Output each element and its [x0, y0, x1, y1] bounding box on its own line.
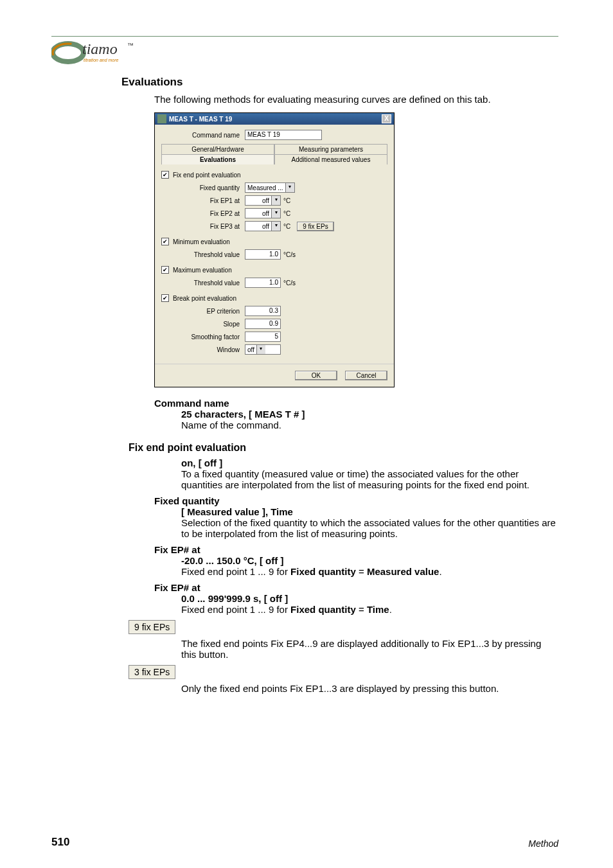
max-threshold-unit: °C/s [283, 279, 296, 287]
slope-label: Slope [161, 321, 245, 328]
tab-additional-measured-values[interactable]: Additional measured values [274, 155, 387, 164]
three-fix-eps-button-doc[interactable]: 3 fix EPs [129, 665, 175, 679]
minimum-evaluation-label: Minimum evaluation [173, 238, 230, 245]
app-icon [157, 114, 166, 123]
three-fix-eps-desc: Only the fixed end points Fix EP1...3 ar… [181, 683, 558, 694]
fixep-mv-term: Fix EP# at [154, 544, 558, 555]
fixep-time-desc: Fixed end point 1 ... 9 for Fixed quanti… [181, 604, 558, 615]
fixep-onoff-desc: To a fixed quantity (measured value or t… [181, 468, 558, 490]
page-number: 510 [51, 836, 69, 849]
intro-text: The following methods for evaluating mea… [154, 94, 558, 105]
fixed-quantity-select[interactable]: Measured ... ▾ [245, 182, 295, 193]
fix-ep2-label: Fix EP2 at [161, 210, 245, 217]
command-name-label: Command name [161, 132, 245, 139]
fix-ep-evaluation-label: Fix end point evaluation [173, 172, 241, 179]
fix-ep3-label: Fix EP3 at [161, 223, 245, 230]
maximum-evaluation-label: Maximum evaluation [173, 267, 232, 274]
nine-fix-eps-desc: The fixed end points Fix EP4...9 are dis… [181, 638, 558, 660]
window-select[interactable]: off ▾ [245, 344, 281, 355]
fixep-mv-range: -20.0 ... 150.0 °C, [ off ] [181, 555, 558, 566]
brand-logo: tiamo ™ titration and more [51, 39, 141, 67]
chevron-down-icon: ▾ [271, 209, 280, 218]
tab-measuring-parameters[interactable]: Measuring parameters [274, 144, 387, 154]
svg-text:™: ™ [127, 42, 134, 49]
tabbar: General/Hardware Measuring parameters Ev… [161, 144, 387, 164]
nine-fix-eps-button-doc[interactable]: 9 fix EPs [129, 620, 175, 634]
max-threshold-label: Threshold value [161, 279, 245, 287]
cancel-button[interactable]: Cancel [345, 371, 387, 380]
svg-text:tiamo: tiamo [82, 40, 118, 57]
dialog-titlebar: MEAS T - MEAS T 19 X [155, 113, 394, 125]
fix-ep2-unit: °C [283, 210, 290, 217]
maximum-evaluation-checkbox[interactable]: ✔ [161, 266, 169, 274]
chevron-down-icon: ▾ [256, 345, 265, 354]
fix-ep3-unit: °C [283, 223, 290, 230]
tab-evaluations[interactable]: Evaluations [161, 155, 274, 164]
command-name-term: Command name [154, 398, 558, 409]
fixed-quantity-desc: Selection of the fixed quantity to which… [181, 517, 558, 539]
chevron-down-icon: ▾ [271, 196, 280, 205]
fixed-quantity-label: Fixed quantity [161, 184, 245, 191]
fixed-quantity-term: Fixed quantity [154, 495, 558, 506]
nine-fix-eps-button[interactable]: 9 fix EPs [297, 222, 333, 231]
ep-criterion-label: EP criterion [161, 308, 245, 315]
max-threshold-input[interactable]: 1.0 [245, 278, 281, 288]
dialog-meast: MEAS T - MEAS T 19 X Command name MEAS T… [154, 112, 395, 387]
command-name-range: 25 characters, [ MEAS T # ] [181, 409, 558, 420]
footer-category: Method [528, 838, 558, 849]
smoothing-factor-label: Smoothing factor [161, 333, 245, 341]
ep-criterion-input[interactable]: 0.3 [245, 306, 281, 316]
break-point-evaluation-checkbox[interactable]: ✔ [161, 294, 169, 302]
smoothing-factor-input[interactable]: 5 [245, 332, 281, 342]
fixep-mv-desc: Fixed end point 1 ... 9 for Fixed quanti… [181, 566, 558, 577]
min-threshold-label: Threshold value [161, 251, 245, 258]
slope-input[interactable]: 0.9 [245, 319, 281, 329]
min-threshold-unit: °C/s [283, 251, 296, 258]
fix-ep3-input[interactable]: off ▾ [245, 221, 281, 231]
minimum-evaluation-checkbox[interactable]: ✔ [161, 238, 169, 245]
ok-button[interactable]: OK [295, 371, 337, 380]
window-label: Window [161, 346, 245, 353]
fixep-time-term: Fix EP# at [154, 582, 558, 593]
chevron-down-icon: ▾ [271, 222, 280, 231]
tab-general-hardware[interactable]: General/Hardware [161, 144, 274, 154]
min-threshold-input[interactable]: 1.0 [245, 249, 281, 260]
fix-ep2-input[interactable]: off ▾ [245, 208, 281, 218]
fixed-quantity-range: [ Measured value ], Time [181, 506, 558, 517]
fixep-time-range: 0.0 ... 999'999.9 s, [ off ] [181, 593, 558, 604]
command-name-desc: Name of the command. [181, 420, 558, 430]
fix-ep1-label: Fix EP1 at [161, 197, 245, 204]
fix-end-point-heading: Fix end point evaluation [129, 442, 558, 454]
dialog-title: MEAS T - MEAS T 19 [169, 116, 379, 123]
close-icon[interactable]: X [382, 114, 391, 123]
fixep-onoff-range: on, [ off ] [181, 457, 558, 468]
fix-ep-evaluation-checkbox[interactable]: ✔ [161, 171, 169, 179]
fix-ep1-input[interactable]: off ▾ [245, 195, 281, 206]
fix-ep1-unit: °C [283, 197, 290, 204]
chevron-down-icon: ▾ [285, 183, 294, 192]
command-name-input[interactable]: MEAS T 19 [245, 130, 322, 140]
evaluations-heading: Evaluations [121, 76, 558, 89]
svg-text:titration and more: titration and more [84, 58, 119, 62]
break-point-evaluation-label: Break point evaluation [173, 295, 236, 302]
